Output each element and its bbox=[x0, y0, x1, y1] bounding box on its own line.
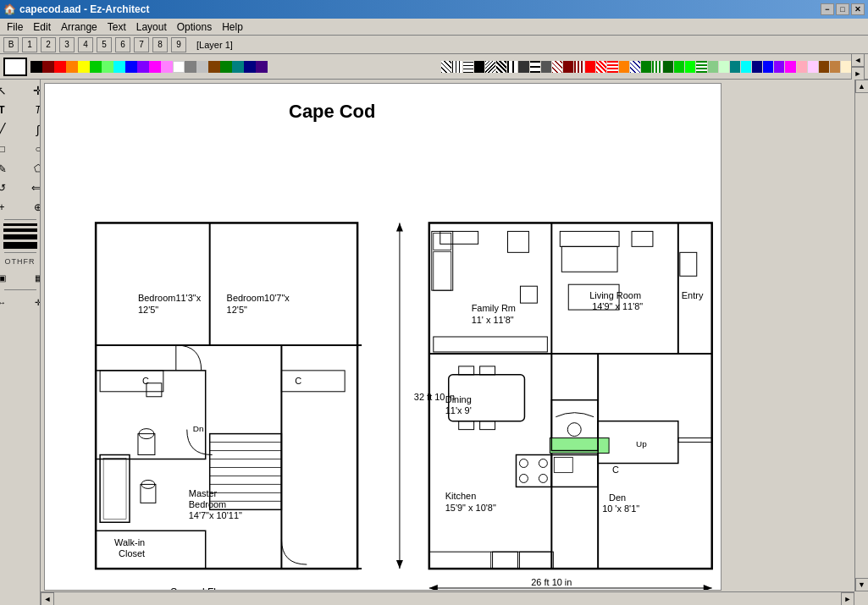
maximize-button[interactable]: □ bbox=[836, 3, 849, 15]
pattern-swatch-red-4[interactable] bbox=[585, 61, 595, 73]
toolbar-9[interactable]: 9 bbox=[171, 37, 186, 52]
pattern-swatch-5[interactable] bbox=[485, 61, 495, 73]
text-tool-1[interactable]: T bbox=[0, 101, 19, 119]
pattern-swatch-green-3[interactable] bbox=[663, 61, 673, 73]
swatch-darkgreen[interactable] bbox=[220, 61, 232, 73]
pattern-swatch-green-4[interactable] bbox=[674, 61, 684, 73]
pattern-swatch-6[interactable] bbox=[496, 61, 506, 73]
pattern-swatch-blue-1[interactable] bbox=[630, 61, 640, 73]
canvas-area[interactable]: Cape Cod Bedroom11'3"x 12'5" Bedroom10'7… bbox=[41, 80, 868, 605]
measure-tool[interactable]: ⊕ bbox=[20, 198, 41, 217]
pattern-swatch-purple[interactable] bbox=[774, 61, 784, 73]
swatch-teal[interactable] bbox=[232, 61, 244, 73]
pattern-swatch-brown[interactable] bbox=[819, 61, 829, 73]
swatch-orange[interactable] bbox=[66, 61, 78, 73]
scroll-track-h[interactable] bbox=[54, 592, 841, 605]
swatch-navy[interactable] bbox=[244, 61, 256, 73]
toolbar-1[interactable]: 1 bbox=[22, 37, 37, 52]
toolbar-3[interactable]: 3 bbox=[59, 37, 75, 52]
wall-thick[interactable] bbox=[3, 234, 37, 239]
flip-tool[interactable]: ⟺ bbox=[20, 179, 41, 197]
toolbar-2[interactable]: 2 bbox=[41, 37, 56, 52]
wall-thin[interactable] bbox=[3, 223, 37, 226]
pattern-swatch-7[interactable] bbox=[507, 61, 517, 73]
swatch-black[interactable] bbox=[30, 61, 42, 73]
swatch-gray[interactable] bbox=[185, 61, 196, 73]
swatch-blue[interactable] bbox=[125, 61, 137, 73]
pattern-swatch-2[interactable] bbox=[452, 61, 462, 73]
toolbar-7[interactable]: 7 bbox=[134, 37, 149, 52]
pencil-tool[interactable]: ✎ bbox=[0, 159, 19, 178]
wall-medium[interactable] bbox=[3, 228, 37, 232]
arc-tool[interactable]: ∫ bbox=[20, 120, 41, 139]
menu-help[interactable]: Help bbox=[217, 19, 248, 35]
toolbar-b[interactable]: B bbox=[3, 37, 19, 52]
minimize-button[interactable]: − bbox=[821, 3, 834, 15]
fill-tool[interactable]: ▣ bbox=[0, 268, 19, 287]
pattern-swatch-green-8[interactable] bbox=[719, 61, 729, 73]
pattern-swatch-9[interactable] bbox=[530, 61, 540, 73]
move-tool[interactable]: ✛ bbox=[20, 81, 41, 100]
swatch-brown[interactable] bbox=[208, 61, 220, 73]
rect-tool[interactable]: □ bbox=[0, 140, 19, 158]
menu-edit[interactable]: Edit bbox=[28, 19, 56, 35]
swatch-violet[interactable] bbox=[137, 61, 149, 73]
poly-tool[interactable]: ⬠ bbox=[20, 159, 41, 178]
scroll-up-button[interactable]: ▲ bbox=[855, 80, 869, 93]
swatch-white[interactable] bbox=[173, 61, 185, 73]
text-tool-2[interactable]: T bbox=[20, 101, 41, 119]
dimension-tool[interactable]: ↔ bbox=[0, 293, 19, 311]
pattern-swatch-magenta[interactable] bbox=[785, 61, 795, 73]
menu-file[interactable]: File bbox=[2, 19, 28, 35]
pattern-swatch-navy[interactable] bbox=[752, 61, 762, 73]
colorbar-scroll-right[interactable]: ► bbox=[851, 67, 865, 80]
colorbar-scroll-left[interactable]: ◄ bbox=[851, 53, 865, 67]
pattern-swatch-cream[interactable] bbox=[841, 61, 851, 73]
pattern-swatch-1[interactable] bbox=[441, 61, 451, 73]
swatch-pink[interactable] bbox=[161, 61, 173, 73]
toolbar-4[interactable]: 4 bbox=[78, 37, 93, 52]
swatch-yellow[interactable] bbox=[78, 61, 90, 73]
toolbar-5[interactable]: 5 bbox=[97, 37, 112, 52]
pattern-swatch-green-7[interactable] bbox=[708, 61, 718, 73]
snap-tool[interactable]: ✛ bbox=[20, 293, 41, 311]
swatch-darkred[interactable] bbox=[42, 61, 54, 73]
swatch-red[interactable] bbox=[54, 61, 66, 73]
pattern-swatch-red-1[interactable] bbox=[552, 61, 562, 73]
pattern-swatch-green-6[interactable] bbox=[696, 61, 706, 73]
pattern-swatch-tan[interactable] bbox=[830, 61, 840, 73]
swatch-green[interactable] bbox=[90, 61, 102, 73]
swatch-magenta[interactable] bbox=[149, 61, 161, 73]
pattern-swatch-red-6[interactable] bbox=[607, 61, 617, 73]
zoom-tool[interactable]: + bbox=[0, 198, 19, 217]
toolbar-8[interactable]: 8 bbox=[152, 37, 168, 52]
pattern-swatch-red-3[interactable] bbox=[574, 61, 584, 73]
pattern-swatch-green-2[interactable] bbox=[652, 61, 662, 73]
pattern-tool[interactable]: ▦ bbox=[20, 268, 41, 287]
circle-tool[interactable]: ○ bbox=[20, 140, 41, 158]
swatch-lime[interactable] bbox=[102, 61, 113, 73]
pattern-swatch-green-1[interactable] bbox=[641, 61, 651, 73]
pattern-swatch-4[interactable] bbox=[474, 61, 484, 73]
current-color-box[interactable] bbox=[3, 58, 27, 76]
toolbar-6[interactable]: 6 bbox=[115, 37, 130, 52]
pattern-swatch-cyan[interactable] bbox=[741, 61, 751, 73]
scroll-left-button[interactable]: ◄ bbox=[41, 592, 54, 605]
pattern-swatch-green-5[interactable] bbox=[685, 61, 695, 73]
rotate-tool[interactable]: ↺ bbox=[0, 179, 19, 197]
select-tool[interactable]: ↖ bbox=[0, 81, 19, 100]
pattern-swatch-3[interactable] bbox=[463, 61, 473, 73]
pattern-swatch-orange[interactable] bbox=[619, 61, 629, 73]
scroll-down-button[interactable]: ▼ bbox=[855, 578, 869, 591]
swatch-silver[interactable] bbox=[196, 61, 208, 73]
menu-layout[interactable]: Layout bbox=[131, 19, 172, 35]
pattern-swatch-8[interactable] bbox=[518, 61, 528, 73]
swatch-purple[interactable] bbox=[256, 61, 268, 73]
menu-options[interactable]: Options bbox=[172, 19, 217, 35]
wall-thicker[interactable] bbox=[3, 242, 37, 249]
pattern-swatch-blue-2[interactable] bbox=[763, 61, 773, 73]
line-tool[interactable]: ╱ bbox=[0, 120, 19, 139]
pattern-swatch-lightpink[interactable] bbox=[808, 61, 818, 73]
pattern-swatch-pink[interactable] bbox=[797, 61, 807, 73]
pattern-swatch-10[interactable] bbox=[541, 61, 551, 73]
